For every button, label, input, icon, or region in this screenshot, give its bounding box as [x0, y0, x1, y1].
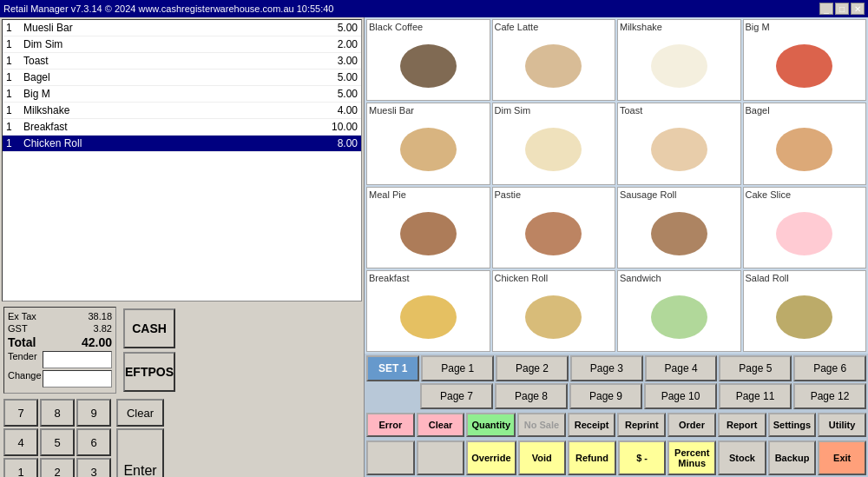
product-cell[interactable]: Pastie: [492, 187, 616, 268]
product-cell[interactable]: Cake Slice: [743, 187, 867, 268]
maximize-button[interactable]: □: [835, 3, 849, 15]
error-button[interactable]: Error: [366, 413, 415, 437]
order-button[interactable]: Order: [667, 413, 716, 437]
product-name: Chicken Roll: [495, 273, 614, 283]
exit-button[interactable]: Exit: [818, 441, 866, 475]
tender-input[interactable]: [43, 351, 112, 368]
total-value: 42.00: [82, 335, 112, 349]
enter-button[interactable]: Enter: [116, 428, 164, 477]
page-button-page9[interactable]: Page 9: [569, 383, 642, 409]
product-cell[interactable]: Muesli Bar: [366, 103, 490, 184]
order-row[interactable]: 1 Toast 3.00: [3, 53, 361, 70]
order-row[interactable]: 1 Chicken Roll 8.00: [3, 136, 361, 152]
page-button-page7[interactable]: Page 7: [420, 383, 493, 409]
override-button[interactable]: Override: [466, 441, 516, 475]
page-button-page5[interactable]: Page 5: [719, 355, 792, 381]
empty-button: [366, 441, 415, 475]
order-row[interactable]: 1 Bagel 5.00: [3, 70, 361, 86]
order-row[interactable]: 1 Dim Sim 2.00: [3, 36, 361, 53]
stock-button[interactable]: Stock: [718, 441, 766, 475]
page-button-page1[interactable]: Page 1: [421, 355, 494, 381]
quantity-button[interactable]: Quantity: [466, 413, 516, 437]
clear-button[interactable]: Clear: [417, 413, 465, 437]
clear-button[interactable]: Clear: [116, 399, 164, 427]
minimize-button[interactable]: _: [819, 3, 833, 15]
order-row[interactable]: 1 Milkshake 4.00: [3, 103, 361, 119]
backup-button[interactable]: Backup: [768, 441, 817, 475]
page-button-page8[interactable]: Page 8: [495, 383, 568, 409]
product-cell[interactable]: Salad Roll: [743, 270, 867, 352]
numpad-8-button[interactable]: 8: [40, 399, 75, 427]
product-cell[interactable]: Meal Pie: [366, 187, 490, 268]
tender-row-display: Tender: [8, 351, 112, 368]
row-qty: 1: [6, 55, 23, 67]
page-button-page11[interactable]: Page 11: [719, 383, 792, 409]
order-row[interactable]: 1 Muesli Bar 5.00: [3, 20, 361, 36]
product-cell[interactable]: Breakfast: [366, 270, 490, 352]
cash-button[interactable]: CASH: [123, 308, 175, 348]
reprint-button[interactable]: Reprint: [617, 413, 666, 437]
ex-tax-label: Ex Tax: [8, 311, 36, 321]
numpad-2-button[interactable]: 2: [40, 458, 75, 477]
product-name: Pastie: [495, 189, 614, 200]
refund-button[interactable]: Refund: [568, 441, 616, 475]
numpad-9-button[interactable]: 9: [76, 399, 111, 427]
report-button[interactable]: Report: [718, 413, 766, 437]
close-button[interactable]: ✕: [851, 3, 865, 15]
product-cell[interactable]: Dim Sim: [492, 103, 616, 184]
page-button-page12[interactable]: Page 12: [793, 383, 866, 409]
product-image: [369, 34, 488, 98]
product-cell[interactable]: Sandwich: [617, 270, 741, 352]
product-cell[interactable]: Black Coffee: [366, 19, 490, 101]
product-cell[interactable]: Toast: [617, 103, 741, 184]
tender-label: Tender: [8, 351, 37, 368]
numpad-5-button[interactable]: 5: [40, 428, 75, 456]
gst-label: GST: [8, 323, 28, 334]
product-name: Dim Sim: [495, 105, 614, 116]
page-button-page3[interactable]: Page 3: [570, 355, 643, 381]
page-button-page6[interactable]: Page 6: [793, 355, 866, 381]
page-button-page10[interactable]: Page 10: [644, 383, 717, 409]
no-sale-button[interactable]: No Sale: [517, 413, 566, 437]
numpad-3-button[interactable]: 3: [76, 458, 111, 477]
product-grid: Black Coffee Cafe Latte Milkshake Big M …: [365, 17, 868, 354]
product-name: Cake Slice: [746, 189, 865, 200]
product-image: [746, 117, 865, 182]
product-name: Bagel: [746, 105, 865, 116]
page-button-page4[interactable]: Page 4: [645, 355, 718, 381]
numpad-1-button[interactable]: 1: [3, 458, 38, 477]
totals-box: Ex Tax 38.18 GST 3.82 Total 42.00 Tender: [3, 307, 116, 394]
dollar---button[interactable]: $ -: [618, 441, 667, 475]
settings-button[interactable]: Settings: [768, 413, 817, 437]
row-name: Breakfast: [23, 121, 314, 133]
product-cell[interactable]: Big M: [743, 19, 867, 101]
product-cell[interactable]: Milkshake: [617, 19, 741, 101]
set-button[interactable]: SET 1: [366, 355, 419, 381]
void-button[interactable]: Void: [518, 441, 567, 475]
numpad-6-button[interactable]: 6: [76, 428, 111, 456]
change-input[interactable]: [43, 370, 112, 388]
row-price: 5.00: [314, 22, 358, 34]
page-nav-row-1: SET 1 Page 1Page 2Page 3Page 4Page 5Page…: [366, 355, 866, 381]
eftpos-button[interactable]: EFTPOS: [123, 352, 175, 392]
product-cell[interactable]: Cafe Latte: [492, 19, 616, 101]
row-qty: 1: [6, 88, 23, 100]
percent-minus-button[interactable]: Percent Minus: [667, 441, 716, 475]
utility-button[interactable]: Utility: [818, 413, 866, 437]
row-qty: 1: [6, 121, 23, 133]
row-price: 5.00: [314, 88, 358, 100]
numpad-7-button[interactable]: 7: [3, 399, 38, 427]
product-cell[interactable]: Chicken Roll: [492, 270, 616, 352]
row-price: 2.00: [314, 38, 358, 50]
product-cell[interactable]: Sausage Roll: [617, 187, 741, 268]
order-row[interactable]: 1 Breakfast 10.00: [3, 119, 361, 136]
numpad-4-button[interactable]: 4: [3, 428, 38, 456]
row-qty: 1: [6, 71, 23, 83]
page-button-page2[interactable]: Page 2: [496, 355, 569, 381]
receipt-button[interactable]: Receipt: [568, 413, 616, 437]
page-nav-row-2: Page 7Page 8Page 9Page 10Page 11Page 12: [366, 383, 866, 409]
order-row[interactable]: 1 Big M 5.00: [3, 86, 361, 103]
product-cell[interactable]: Bagel: [743, 103, 867, 184]
row-price: 8.00: [314, 137, 358, 149]
main-container: 1 Muesli Bar 5.001 Dim Sim 2.001 Toast 3…: [0, 17, 868, 477]
